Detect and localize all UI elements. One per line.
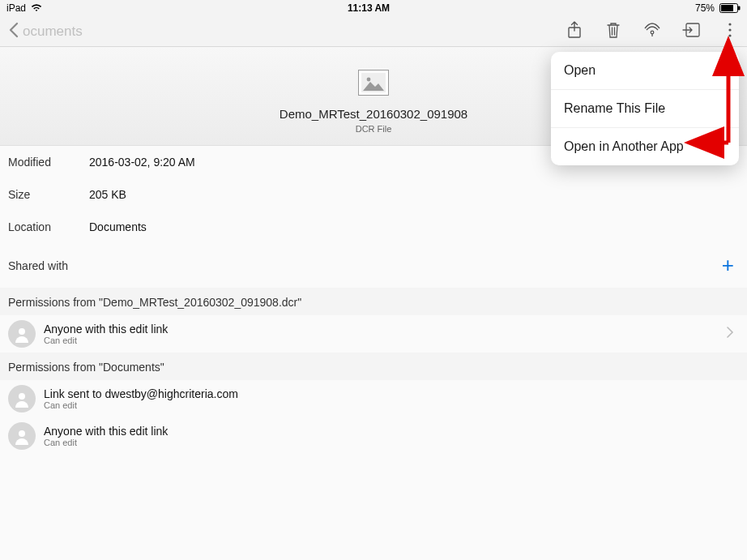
delete-button[interactable] xyxy=(604,23,622,41)
avatar-icon xyxy=(8,385,36,413)
permissions-heading-folder: Permissions from "Documents" xyxy=(0,353,747,380)
permission-item[interactable]: Anyone with this edit link Can edit xyxy=(0,417,747,455)
nav-bar: ocuments xyxy=(0,16,747,47)
permissions-heading-file: Permissions from "Demo_MRTest_20160302_0… xyxy=(0,288,747,315)
permission-item[interactable]: Link sent to dwestby@highcriteria.com Ca… xyxy=(0,380,747,417)
wifi-icon xyxy=(31,4,42,12)
permission-sub: Can edit xyxy=(44,438,168,447)
location-value: Documents xyxy=(89,220,147,233)
back-label: ocuments xyxy=(23,24,83,40)
add-share-button[interactable]: + xyxy=(722,253,739,278)
battery-percent: 75% xyxy=(695,2,715,14)
location-label: Location xyxy=(8,220,89,233)
file-thumbnail-icon xyxy=(358,70,389,96)
status-time: 11:13 AM xyxy=(348,2,390,14)
status-button[interactable] xyxy=(643,23,661,41)
more-vertical-icon xyxy=(728,22,732,41)
svg-rect-2 xyxy=(738,6,741,11)
svg-point-7 xyxy=(728,28,731,31)
move-button[interactable] xyxy=(682,23,700,41)
info-row-size: Size 205 KB xyxy=(0,178,747,211)
svg-point-11 xyxy=(19,328,25,335)
shared-with-label: Shared with xyxy=(8,259,68,272)
share-icon xyxy=(567,21,582,42)
steering-icon xyxy=(643,22,661,41)
menu-rename[interactable]: Rename This File xyxy=(551,90,739,128)
size-value: 205 KB xyxy=(89,188,126,201)
svg-rect-1 xyxy=(721,5,733,11)
permission-item[interactable]: Anyone with this edit link Can edit xyxy=(0,315,747,353)
avatar-icon xyxy=(8,422,36,450)
size-label: Size xyxy=(8,188,89,201)
menu-open[interactable]: Open xyxy=(551,52,739,90)
move-to-folder-icon xyxy=(682,23,700,41)
permission-title: Anyone with this edit link xyxy=(44,323,168,336)
device-label: iPad xyxy=(6,2,26,14)
back-button[interactable]: ocuments xyxy=(8,22,83,41)
context-menu: Open Rename This File Open in Another Ap… xyxy=(551,52,739,165)
svg-point-4 xyxy=(651,31,654,34)
status-bar: iPad 11:13 AM 75% xyxy=(0,0,747,16)
more-button[interactable] xyxy=(721,23,739,41)
avatar-icon xyxy=(8,320,36,348)
permission-sub: Can edit xyxy=(44,336,168,345)
menu-open-another[interactable]: Open in Another App xyxy=(551,128,739,165)
back-chevron-icon xyxy=(8,22,21,41)
trash-icon xyxy=(606,21,621,42)
permission-title: Link sent to dwestby@highcriteria.com xyxy=(44,387,238,400)
svg-point-10 xyxy=(367,78,371,82)
chevron-right-icon xyxy=(726,326,739,342)
svg-point-12 xyxy=(19,393,25,400)
permission-sub: Can edit xyxy=(44,400,238,410)
modified-value: 2016-03-02, 9:20 AM xyxy=(89,156,195,169)
modified-label: Modified xyxy=(8,156,89,169)
permission-title: Anyone with this edit link xyxy=(44,425,168,438)
share-button[interactable] xyxy=(566,23,583,41)
battery-icon xyxy=(719,3,741,13)
svg-point-6 xyxy=(728,23,731,25)
info-row-location: Location Documents xyxy=(0,211,747,243)
shared-with-row: Shared with + xyxy=(0,243,747,288)
svg-point-13 xyxy=(19,430,25,437)
svg-point-8 xyxy=(728,34,731,36)
